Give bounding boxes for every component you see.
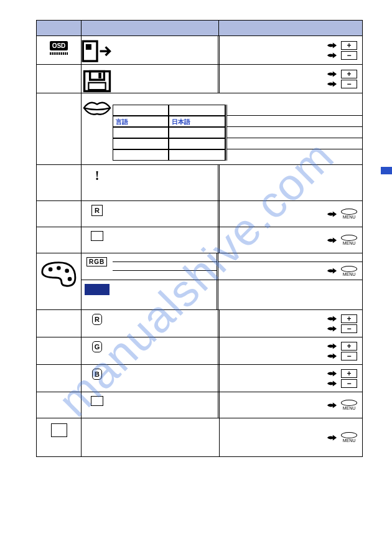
row-final-exit: MENU	[37, 418, 362, 456]
svg-rect-4	[98, 73, 101, 78]
custom-color-icon	[82, 280, 113, 309]
svg-rect-1	[86, 44, 91, 50]
pointer-icon	[326, 401, 337, 410]
row-osd-position: OSD + −	[37, 35, 362, 64]
svg-point-7	[57, 266, 61, 270]
color-exit-controls: MENU	[220, 392, 362, 418]
position-controls: + −	[220, 36, 362, 64]
plus-button[interactable]: +	[341, 369, 357, 378]
exclaim-icon: !	[82, 165, 113, 200]
minus-button[interactable]: −	[341, 379, 357, 388]
palette-icon	[37, 253, 82, 309]
row-osd-recall: R MENU	[37, 200, 362, 227]
row-osd-exit: MENU	[37, 227, 362, 253]
recall-controls: MENU	[220, 201, 362, 227]
page-side-tab	[381, 167, 392, 174]
g-controls: + −	[220, 337, 362, 364]
g-icon: G	[82, 337, 113, 364]
row-color-rgb: RGB MENU	[37, 253, 362, 309]
recall-icon: R	[82, 201, 113, 227]
header-col-2	[82, 21, 219, 35]
pointer-icon	[326, 80, 337, 88]
lang-jp-cell: 日本語	[169, 116, 225, 127]
pointer-icon	[326, 433, 337, 442]
pointer-icon	[326, 70, 337, 78]
pointer-icon	[326, 236, 337, 245]
b-controls: + −	[220, 365, 362, 392]
svg-point-8	[65, 269, 69, 273]
menu-button[interactable]: MENU	[341, 432, 357, 443]
pointer-icon	[326, 41, 337, 50]
rgb-icon: RGB	[82, 253, 113, 280]
menu-button[interactable]: MENU	[341, 235, 357, 245]
settings-table: OSD + −	[36, 20, 363, 457]
exit-controls: MENU	[220, 227, 362, 253]
lang-label-cell: 言語	[113, 116, 169, 127]
header-col-3	[219, 21, 362, 35]
pointer-icon	[326, 266, 337, 275]
svg-rect-3	[90, 72, 105, 80]
menu-button[interactable]: MENU	[341, 209, 357, 219]
exit-icon	[82, 227, 113, 253]
pointer-icon	[326, 369, 337, 378]
wrench-icon	[50, 52, 68, 55]
pointer-icon	[326, 314, 337, 323]
menu-button[interactable]: MENU	[341, 266, 357, 276]
minus-button[interactable]: −	[341, 324, 357, 333]
minus-button[interactable]: −	[341, 51, 357, 60]
save-icon	[82, 65, 113, 93]
row-color-r: R + −	[37, 309, 362, 337]
osd-category-icon: OSD	[37, 36, 82, 64]
plus-button[interactable]: +	[341, 70, 357, 78]
svg-point-9	[68, 277, 72, 281]
row-osd-info: !	[37, 164, 362, 200]
pointer-icon	[326, 324, 337, 333]
menu-button[interactable]: MENU	[341, 400, 357, 410]
row-color-g: G + −	[37, 337, 362, 364]
position-icon	[82, 36, 113, 64]
exit-icon	[82, 392, 113, 418]
row-osd-language: 言語 日本語	[37, 93, 362, 164]
pointer-icon	[326, 379, 337, 388]
svg-point-6	[49, 267, 53, 271]
plus-button[interactable]: +	[341, 342, 357, 351]
minus-button[interactable]: −	[341, 352, 357, 360]
pointer-icon	[326, 210, 337, 219]
row-color-exit: MENU	[37, 392, 362, 418]
table-header	[37, 21, 362, 35]
row-color-b: B + −	[37, 364, 362, 392]
save-controls: + −	[220, 65, 362, 93]
header-col-1	[37, 21, 82, 35]
b-icon: B	[82, 365, 113, 392]
plus-button[interactable]: +	[341, 41, 357, 50]
plus-button[interactable]: +	[341, 314, 357, 323]
r-icon: R	[82, 310, 113, 337]
svg-rect-5	[88, 83, 105, 90]
pointer-icon	[326, 342, 337, 351]
lips-icon	[82, 93, 113, 164]
pointer-icon	[326, 51, 337, 60]
row-osd-save: + −	[37, 64, 362, 93]
exit-category-icon	[37, 418, 82, 456]
final-exit-controls: MENU	[220, 418, 362, 456]
osd-badge-icon: OSD	[50, 41, 68, 50]
r-controls: + −	[220, 310, 362, 337]
language-table: 言語 日本語	[113, 105, 227, 161]
pointer-icon	[326, 352, 337, 360]
minus-button[interactable]: −	[341, 80, 357, 88]
